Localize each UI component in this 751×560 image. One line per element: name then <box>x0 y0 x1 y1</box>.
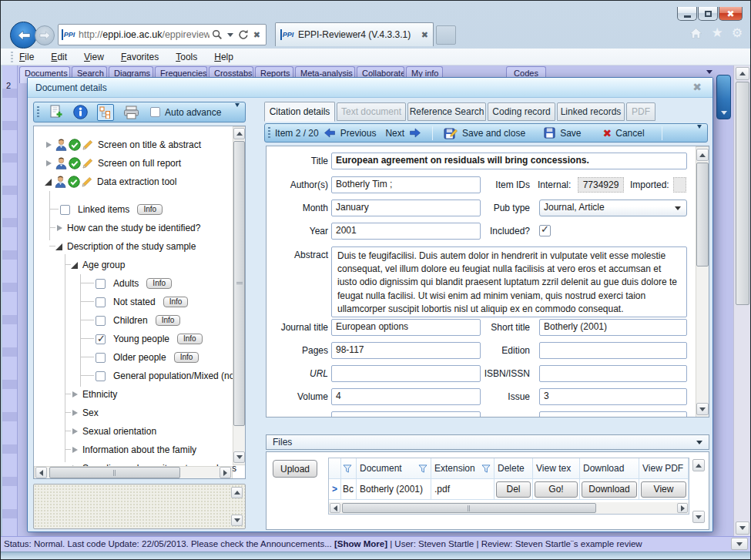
tools-gear-icon[interactable]: ⚙ <box>732 27 743 42</box>
tab-strip-caret-icon[interactable] <box>706 70 712 74</box>
tree-item[interactable]: Adults Info <box>96 274 172 293</box>
files-scroll-down-button[interactable] <box>692 511 705 523</box>
home-icon[interactable] <box>689 27 702 42</box>
upload-button[interactable]: Upload <box>273 460 317 478</box>
tab-citation-details[interactable]: Citation details <box>264 102 335 122</box>
tree-item[interactable]: Screen on full report <box>46 154 181 173</box>
save-button[interactable]: Save <box>560 128 581 139</box>
toolbar-overflow-icon[interactable] <box>697 129 703 139</box>
expander-expanded-icon[interactable] <box>71 262 78 269</box>
expander-collapsed-icon[interactable] <box>72 447 78 453</box>
page-scroll-thumb[interactable] <box>736 82 749 305</box>
checkbox-unchecked[interactable] <box>60 205 70 215</box>
issue-input[interactable]: 3 <box>539 388 687 405</box>
minimize-button[interactable] <box>677 7 697 21</box>
info-button[interactable]: Info <box>163 297 189 307</box>
page-scroll-down-button[interactable] <box>736 521 749 535</box>
tree-item[interactable]: Children Info <box>96 311 180 330</box>
info-button[interactable]: Info <box>177 334 203 344</box>
next-arrow-icon[interactable] <box>409 128 421 138</box>
toolbar-overflow-icon[interactable] <box>235 107 241 118</box>
edition-input[interactable] <box>539 342 687 359</box>
tree-item[interactable]: Not stated Info <box>96 293 188 311</box>
page-scroll-up-button[interactable] <box>736 67 749 80</box>
menu-view[interactable]: View <box>84 52 104 62</box>
volume-input[interactable]: 4 <box>331 388 481 405</box>
grid-header-extension[interactable]: Extension <box>431 458 495 479</box>
close-window-button[interactable]: ✖ <box>719 7 743 21</box>
tree-item[interactable]: Ethnicity <box>72 385 117 404</box>
save-icon[interactable] <box>544 127 555 139</box>
tree-item[interactable]: General population/Mixed (no <box>96 367 234 385</box>
menu-edit[interactable]: Edit <box>51 52 67 62</box>
expander-expanded-icon[interactable] <box>45 179 52 186</box>
previous-button[interactable]: Previous <box>340 128 377 139</box>
tree-item[interactable]: How can the study be identified? <box>57 219 200 237</box>
files-collapse-icon[interactable] <box>696 441 702 444</box>
expander-expanded-icon[interactable] <box>55 243 62 250</box>
tree-scroll-up-button[interactable] <box>233 128 245 139</box>
cancel-button[interactable]: Cancel <box>615 128 644 139</box>
page-scrollbar[interactable] <box>733 65 750 536</box>
short-title-input[interactable]: Botherly (2001) <box>539 319 687 336</box>
month-input[interactable]: January <box>331 200 481 216</box>
grid-header-download[interactable]: Download <box>580 458 639 479</box>
view-pdf-button[interactable]: View <box>641 481 686 498</box>
notes-scroll-up-button[interactable] <box>231 487 243 498</box>
refresh-icon[interactable] <box>238 29 249 40</box>
abstract-textarea[interactable]: Duis te feugifacilisi. Duis autem dolor … <box>331 246 687 317</box>
add-document-icon[interactable] <box>49 105 64 119</box>
tree-item[interactable]: Description of the study sample <box>55 237 196 256</box>
tree-scroll-right-button[interactable] <box>220 467 231 478</box>
info-circle-icon[interactable] <box>73 105 88 119</box>
tab-close-icon[interactable]: ✖ <box>421 30 428 40</box>
authors-input[interactable]: Botherly Tim ; <box>331 176 481 193</box>
tab-linked-records[interactable]: Linked records <box>557 102 625 121</box>
new-tab-button[interactable] <box>436 25 456 45</box>
tree-item[interactable]: Young people Info <box>96 330 203 348</box>
checkbox-unchecked[interactable] <box>96 371 106 381</box>
expander-collapsed-icon[interactable] <box>46 160 52 166</box>
info-button[interactable]: Info <box>174 352 199 363</box>
address-dropdown-icon[interactable] <box>227 33 233 37</box>
grid-hscroll-thumb[interactable] <box>342 503 596 513</box>
tree-item[interactable]: Sex <box>72 404 99 422</box>
save-and-close-button[interactable]: Save and close <box>462 128 525 139</box>
back-button[interactable] <box>10 22 37 49</box>
clipped-input[interactable] <box>331 411 481 417</box>
journal-title-input[interactable]: European options <box>331 319 481 336</box>
clipped-input[interactable] <box>539 411 687 417</box>
menu-tools[interactable]: Tools <box>176 52 197 62</box>
checkbox-unchecked[interactable] <box>96 279 106 289</box>
notes-scroll-down-button[interactable] <box>231 515 243 526</box>
address-bar[interactable]: PPI http://eppi.ioe.ac.uk/eppireviewe ✖ <box>58 24 267 45</box>
next-button[interactable]: Next <box>385 128 404 139</box>
isbn-input[interactable] <box>539 365 687 382</box>
tree-scroll-down-button[interactable] <box>233 451 245 463</box>
pub-type-select[interactable]: Journal, Article <box>539 200 687 216</box>
tree-item[interactable]: Information about the family <box>72 441 196 459</box>
print-icon[interactable] <box>123 106 139 119</box>
auto-advance-checkbox[interactable] <box>150 107 160 117</box>
tree-item[interactable]: Age group <box>71 256 125 274</box>
url-input[interactable] <box>331 365 481 382</box>
checkbox-unchecked[interactable] <box>96 316 106 326</box>
grid-header-view-text[interactable]: View tex <box>533 458 580 479</box>
checkbox-checked[interactable] <box>96 334 106 344</box>
checkbox-unchecked[interactable] <box>96 297 106 307</box>
files-section-header[interactable]: Files <box>266 434 709 450</box>
tree-hscroll-thumb[interactable] <box>49 467 180 478</box>
background-codes-scrollbar[interactable] <box>716 75 731 119</box>
search-icon[interactable] <box>212 29 223 40</box>
grid-header-document[interactable]: Document <box>357 458 431 479</box>
delete-file-button[interactable]: Del <box>496 481 531 498</box>
tree-item[interactable]: Screen on title & abstract <box>46 136 201 154</box>
form-scroll-down-button[interactable] <box>696 403 709 415</box>
dialog-close-icon[interactable]: ✖ <box>692 81 702 93</box>
favorites-star-icon[interactable]: ★ <box>711 27 723 42</box>
expander-collapsed-icon[interactable] <box>72 391 78 397</box>
status-scroll-down-button[interactable] <box>731 538 748 550</box>
form-scroll-thumb[interactable] <box>696 163 709 267</box>
notes-box[interactable] <box>33 484 246 529</box>
grid-scroll-right-button[interactable] <box>677 503 688 513</box>
